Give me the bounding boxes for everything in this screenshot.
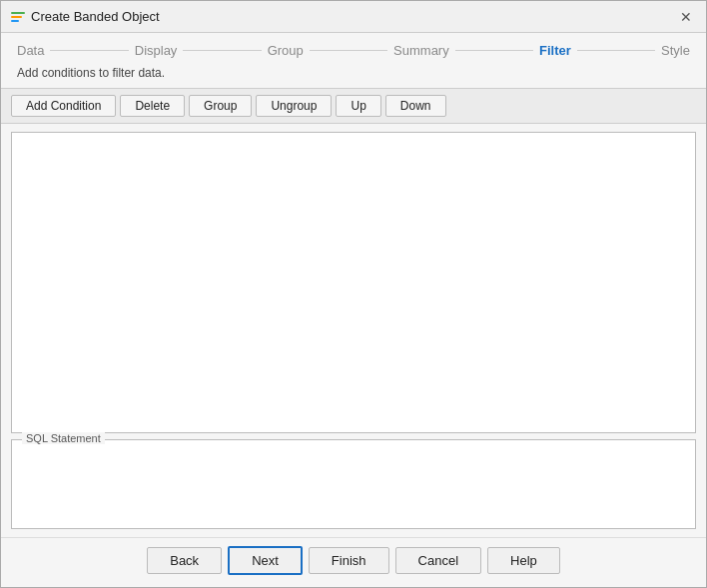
step-display: Display	[135, 43, 178, 58]
finish-button[interactable]: Finish	[309, 547, 389, 574]
group-button[interactable]: Group	[189, 95, 252, 117]
step-line-5	[577, 50, 655, 51]
help-button[interactable]: Help	[487, 547, 560, 574]
footer: Back Next Finish Cancel Help	[1, 537, 706, 587]
step-style: Style	[661, 43, 690, 58]
step-line-2	[183, 50, 261, 51]
app-icon	[11, 10, 25, 24]
step-summary: Summary	[393, 43, 449, 58]
close-button[interactable]: ✕	[676, 8, 696, 26]
toolbar: Add Condition Delete Group Ungroup Up Do…	[1, 88, 706, 124]
sql-section: SQL Statement	[11, 439, 696, 529]
cancel-button[interactable]: Cancel	[395, 547, 481, 574]
subtitle: Add conditions to filter data.	[1, 64, 706, 88]
dialog-title: Create Banded Object	[31, 9, 160, 24]
up-button[interactable]: Up	[336, 95, 380, 117]
steps-row: Data Display Group Summary Filter Style	[1, 33, 706, 64]
titlebar: Create Banded Object ✕	[1, 1, 706, 33]
sql-content	[12, 440, 695, 528]
conditions-area	[11, 132, 696, 433]
ungroup-button[interactable]: Ungroup	[256, 95, 332, 117]
dialog: Create Banded Object ✕ Data Display Grou…	[0, 0, 707, 588]
step-line-3	[310, 50, 387, 51]
titlebar-left: Create Banded Object	[11, 9, 160, 24]
back-button[interactable]: Back	[147, 547, 222, 574]
step-filter: Filter	[539, 43, 571, 58]
delete-button[interactable]: Delete	[120, 95, 185, 117]
step-line-1	[50, 50, 128, 51]
next-button[interactable]: Next	[228, 546, 303, 575]
add-condition-button[interactable]: Add Condition	[11, 95, 116, 117]
step-line-4	[455, 50, 533, 51]
down-button[interactable]: Down	[385, 95, 446, 117]
sql-legend: SQL Statement	[22, 432, 105, 444]
step-data: Data	[17, 43, 44, 58]
step-group: Group	[268, 43, 304, 58]
